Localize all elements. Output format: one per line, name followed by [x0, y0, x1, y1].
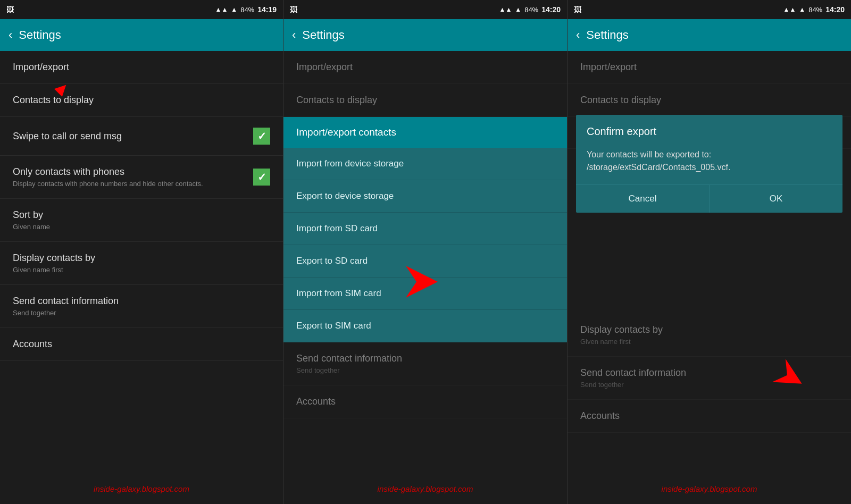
back-button-3[interactable]: ‹	[576, 28, 580, 42]
setting-contacts-display[interactable]: Contacts to display	[0, 84, 283, 117]
swipe-call-title: Swipe to call or send msg	[13, 131, 122, 142]
bg-contacts-display-3: Contacts to display	[568, 84, 851, 117]
setting-swipe-call[interactable]: Swipe to call or send msg ✓	[0, 117, 283, 156]
bg-accounts-title-2: Accounts	[296, 396, 336, 407]
status-right-1: ▲▲ ▲ 84% 14:19	[215, 5, 277, 14]
menu-item-export-sim-text: Export to SIM card	[296, 321, 371, 331]
menu-item-export-sd[interactable]: Export to SD card	[283, 245, 567, 278]
bg-import-export-title-2: Import/export	[296, 62, 353, 72]
bg-display-contacts-title-3: Display contacts by	[580, 324, 663, 335]
status-bar-1: 🖼 ▲▲ ▲ 84% 14:19	[0, 0, 283, 19]
dialog-ok-button[interactable]: OK	[710, 185, 842, 213]
wifi-icon-1: ▲	[231, 6, 237, 13]
dialog-cancel-button[interactable]: Cancel	[576, 185, 710, 213]
toolbar-title-1: Settings	[19, 28, 61, 42]
bg-display-contacts-subtitle-3: Given name first	[580, 338, 838, 346]
menu-item-import-sim[interactable]: Import from SIM card	[283, 278, 567, 310]
bg-accounts-2: Accounts	[283, 385, 567, 418]
menu-item-import-sim-text: Import from SIM card	[296, 288, 381, 298]
setting-accounts[interactable]: Accounts	[0, 328, 283, 361]
only-phones-title: Only contacts with phones	[13, 166, 124, 177]
status-right-3: ▲▲ ▲ 84% 14:20	[783, 5, 845, 14]
toolbar-title-2: Settings	[302, 28, 345, 42]
bg-display-contacts-3: Display contacts by Given name first	[568, 314, 851, 357]
toolbar-1: ‹ Settings	[0, 19, 283, 51]
swipe-call-checkbox[interactable]: ✓	[253, 128, 270, 145]
wifi-icon-2: ▲	[515, 6, 521, 13]
contacts-display-title: Contacts to display	[13, 95, 94, 105]
screenshot-icon-3: 🖼	[574, 5, 581, 14]
back-button-1[interactable]: ‹	[9, 28, 12, 42]
bg-send-contact-subtitle-3: Send together	[580, 381, 838, 389]
status-bar-3: 🖼 ▲▲ ▲ 84% 14:20	[568, 0, 851, 19]
menu-item-export-sim[interactable]: Export to SIM card	[283, 310, 567, 342]
panel-1: 🖼 ▲▲ ▲ 84% 14:19 ‹ Settings Import/expor…	[0, 0, 283, 504]
menu-item-import-device[interactable]: Import from device storage	[283, 148, 567, 180]
menu-item-export-device[interactable]: Export to device storage	[283, 180, 567, 213]
toolbar-3: ‹ Settings	[568, 19, 851, 51]
bg-send-contact-3: Send contact information Send together	[568, 357, 851, 400]
menu-item-export-sd-text: Export to SD card	[296, 256, 368, 266]
accounts-title: Accounts	[13, 339, 52, 349]
back-button-2[interactable]: ‹	[292, 28, 296, 42]
content-2-bg: Import/export Contacts to display Import…	[283, 51, 567, 504]
bg-send-contact-title-2: Send contact information	[296, 353, 402, 364]
toolbar-title-3: Settings	[586, 28, 629, 42]
only-phones-checkbox[interactable]: ✓	[253, 169, 270, 186]
bg-contacts-display-2: Contacts to display	[283, 84, 567, 117]
only-phones-check: ✓	[257, 171, 266, 183]
setting-sort-by[interactable]: Sort by Given name	[0, 199, 283, 242]
status-left-3: 🖼	[574, 5, 581, 14]
battery-1: 84%	[240, 6, 254, 14]
signal-icon-1: ▲▲	[215, 6, 228, 13]
battery-3: 84%	[808, 6, 822, 14]
time-2: 14:20	[541, 5, 561, 14]
menu-header-text: Import/export contacts	[296, 127, 396, 138]
time-1: 14:19	[257, 5, 277, 14]
setting-send-contact[interactable]: Send contact information Send together	[0, 285, 283, 328]
swipe-call-check: ✓	[257, 130, 266, 142]
menu-item-import-sd[interactable]: Import from SD card	[283, 213, 567, 245]
panel-2: 🖼 ▲▲ ▲ 84% 14:20 ‹ Settings Import/expor…	[283, 0, 568, 504]
status-left-2: 🖼	[290, 5, 297, 14]
menu-item-import-sd-text: Import from SD card	[296, 223, 378, 233]
bg-accounts-title-3: Accounts	[580, 410, 620, 421]
sort-by-title: Sort by	[13, 209, 43, 220]
bg-contacts-display-title-2: Contacts to display	[296, 95, 377, 105]
setting-only-phones[interactable]: Only contacts with phones Display contac…	[0, 156, 283, 199]
signal-icon-2: ▲▲	[499, 6, 512, 13]
bg-accounts-3: Accounts	[568, 400, 851, 433]
dialog-title: Confirm export	[576, 115, 842, 143]
wifi-icon-3: ▲	[799, 6, 805, 13]
dialog-buttons: Cancel OK	[576, 184, 842, 213]
setting-display-contacts[interactable]: Display contacts by Given name first	[0, 242, 283, 285]
import-export-title: Import/export	[13, 62, 69, 73]
menu-item-export-device-text: Export to device storage	[296, 191, 394, 201]
menu-item-import-device-text: Import from device storage	[296, 158, 404, 169]
import-export-menu: Import/export contacts Import from devic…	[283, 117, 567, 342]
bg-import-export-2: Import/export	[283, 51, 567, 84]
sort-by-subtitle: Given name	[13, 223, 270, 231]
content-1: Import/export Contacts to display Swipe …	[0, 51, 283, 504]
time-3: 14:20	[825, 5, 845, 14]
display-contacts-title: Display contacts by	[13, 253, 95, 263]
dialog-body: Your contacts will be exported to: /stor…	[576, 143, 842, 184]
setting-import-export[interactable]: Import/export	[0, 51, 283, 84]
display-contacts-subtitle: Given name first	[13, 266, 270, 274]
status-right-2: ▲▲ ▲ 84% 14:20	[499, 5, 561, 14]
bg-contacts-display-title-3: Contacts to display	[580, 95, 661, 105]
content-3: Import/export Contacts to display Confir…	[568, 51, 851, 504]
bg-send-contact-title-3: Send contact information	[580, 367, 686, 378]
status-left-1: 🖼	[6, 5, 14, 14]
bg-import-export-3: Import/export	[568, 51, 851, 84]
bg-import-export-title-3: Import/export	[580, 62, 637, 72]
battery-2: 84%	[524, 6, 538, 14]
toolbar-2: ‹ Settings	[283, 19, 567, 51]
send-contact-subtitle: Send together	[13, 309, 270, 317]
signal-icon-3: ▲▲	[783, 6, 796, 13]
screenshot-icon-1: 🖼	[6, 5, 14, 14]
screenshot-icon-2: 🖼	[290, 5, 297, 14]
bg-send-contact-2: Send contact information Send together	[283, 342, 567, 385]
menu-header: Import/export contacts	[283, 117, 567, 148]
status-bar-2: 🖼 ▲▲ ▲ 84% 14:20	[283, 0, 567, 19]
